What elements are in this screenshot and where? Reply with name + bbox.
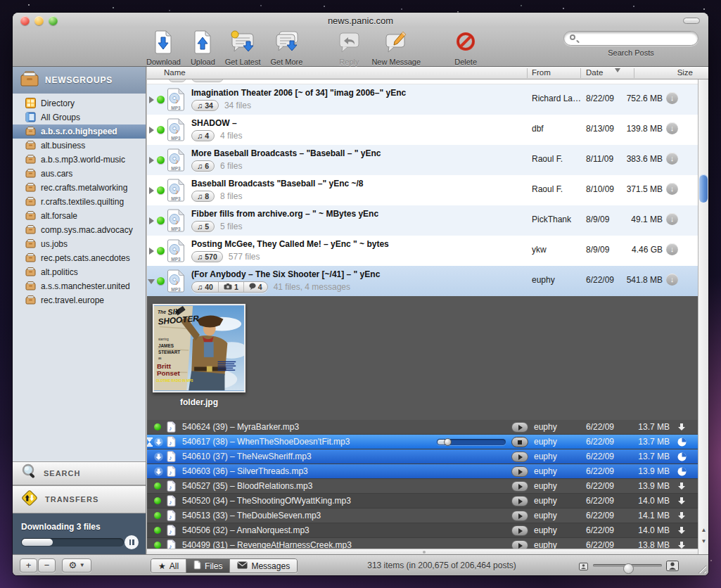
sidebar-item-aus-cars[interactable]: aus.cars — [13, 167, 146, 181]
sidebar-item-us-jobs[interactable]: us.jobs — [13, 237, 146, 251]
download-pending-clock-icon[interactable] — [677, 437, 687, 447]
playback-scrubber[interactable] — [437, 439, 506, 445]
thread-row[interactable]: ♪MP3Baseball Broadcasts "Baseball –" yEn… — [147, 175, 698, 205]
play-button[interactable] — [511, 540, 528, 549]
download-thread-button[interactable]: ↓ — [666, 122, 678, 134]
disclosure-closed-icon[interactable] — [149, 248, 154, 255]
download-thread-button[interactable]: ↓ — [666, 274, 678, 286]
disclosure-closed-icon[interactable] — [149, 96, 154, 103]
sidebar-item-r-crafts-textiles-quilting[interactable]: r.crafts.textiles.quilting — [13, 195, 146, 209]
play-button[interactable] — [511, 511, 528, 521]
thread-row[interactable]: ♪MP3Imagination Theater 2006 [~ of 34] "… — [147, 84, 698, 115]
column-header-row[interactable]: Name From Date Size — [147, 67, 708, 79]
thread-row[interactable]: ♪MP3SHADOW –♫44 filesdbf8/13/09139.8 MB↓ — [147, 115, 698, 145]
download-file-icon[interactable] — [677, 423, 687, 432]
sidebar-item-comp-sys-mac-advocacy[interactable]: comp.sys.mac.advocacy — [13, 223, 146, 237]
file-row[interactable]: ♪540610 (37) – TheNewSheriff.mp3euphy6/2… — [147, 449, 698, 464]
download-thread-button[interactable]: ↓ — [666, 213, 678, 225]
album-art-thumbnail[interactable]: The SIX SHOOTER starring JAMES STEWART a… — [153, 304, 245, 392]
attachment-filename[interactable]: folder.jpg — [153, 397, 245, 407]
action-menu-button[interactable]: ⚙ ▼ — [62, 558, 91, 573]
file-row[interactable]: ♪540603 (36) – SilverThreads.mp3euphy6/2… — [147, 464, 698, 479]
scrollbar-thumb[interactable] — [699, 174, 708, 203]
search-section-header[interactable]: SEARCH — [13, 461, 146, 485]
download-thread-button[interactable]: ↓ — [666, 92, 678, 104]
column-size[interactable]: Size — [677, 68, 693, 77]
download-thread-button[interactable]: ↓ — [666, 243, 678, 255]
play-button[interactable] — [511, 452, 528, 462]
disclosure-closed-icon[interactable] — [149, 187, 154, 194]
play-button[interactable] — [511, 481, 528, 492]
transfers-section-header[interactable]: TRANSFERS — [13, 485, 146, 513]
download-file-icon[interactable] — [677, 497, 687, 506]
file-row[interactable]: ♪540506 (32) – AnnaNorquest.mp3euphy6/22… — [147, 523, 698, 538]
column-date[interactable]: Date — [586, 68, 603, 77]
download-file-icon[interactable] — [677, 526, 687, 535]
sidebar-item-alt-politics[interactable]: alt.politics — [13, 265, 146, 279]
slider-track[interactable] — [593, 564, 662, 567]
sidebar-item-directory[interactable]: Directory — [13, 96, 146, 110]
search-field[interactable] — [563, 31, 698, 46]
play-button[interactable] — [511, 525, 528, 536]
filter-tab-files[interactable]: Files — [186, 559, 229, 573]
sidebar-item-all-groups[interactable]: All Groups — [13, 110, 146, 124]
clipped-thread-row[interactable] — [147, 79, 698, 84]
download-file-icon[interactable] — [677, 541, 687, 549]
download-thread-button[interactable]: ↓ — [666, 153, 678, 165]
filter-tab-messages[interactable]: Messages — [229, 559, 297, 573]
download-file-icon[interactable] — [677, 482, 687, 491]
pause-button[interactable] — [125, 535, 139, 549]
download-file-icon[interactable] — [677, 511, 687, 520]
file-row[interactable]: ♪540499 (31) – RevengeAtHarnessCreek.mp3… — [147, 538, 698, 549]
file-row[interactable]: ♪540624 (39) – MyraBarker.mp3euphy6/22/0… — [147, 420, 698, 435]
title-bar[interactable]: news.panic.com — [13, 13, 708, 28]
toolbar-button-get-latest[interactable]: Get Latest — [225, 30, 261, 68]
column-from[interactable]: From — [532, 68, 551, 77]
thread-row[interactable]: ♪MP3Fibber fills from archive.org – " ~ … — [147, 205, 698, 236]
thread-row[interactable]: ♪MP3(For Anybody – The Six Shooter [~/41… — [147, 266, 698, 296]
disclosure-closed-icon[interactable] — [149, 217, 154, 224]
toolbar-toggle-pill-button[interactable] — [683, 18, 700, 24]
download-pending-clock-icon[interactable] — [677, 452, 687, 461]
sidebar-item-rec-crafts-metalworking[interactable]: rec.crafts.metalworking — [13, 181, 146, 195]
toolbar-button-reply[interactable]: Reply — [336, 30, 362, 68]
add-button[interactable]: + — [20, 558, 37, 573]
file-row[interactable]: ♪540520 (34) – TheShootingOfWyattKing.mp… — [147, 494, 698, 509]
filter-tab-all[interactable]: ★All — [151, 559, 186, 573]
newsgroups-section-header[interactable]: NEWSGROUPS — [13, 67, 146, 94]
toolbar-button-delete[interactable]: Delete — [454, 30, 477, 68]
sidebar-item-a-s-s-manchester-united[interactable]: a.s.s.manchester.united — [13, 279, 146, 293]
play-button[interactable] — [511, 466, 528, 477]
column-name[interactable]: Name — [164, 68, 186, 77]
download-pending-clock-icon[interactable] — [677, 467, 687, 476]
thread-row[interactable]: ♪MP3Posting McGee, They Called Me! – yEn… — [147, 236, 698, 266]
remove-button[interactable]: − — [38, 558, 56, 573]
toolbar-button-new-message[interactable]: New Message — [371, 30, 421, 68]
play-button[interactable] — [511, 422, 528, 433]
play-button[interactable] — [511, 496, 528, 506]
scrubber-knob[interactable] — [444, 438, 452, 446]
search-input[interactable] — [582, 33, 694, 44]
horizontal-scrollbar[interactable] — [147, 549, 698, 554]
sidebar-item-a-b-s-r-o-highspeed[interactable]: a.b.s.r.o.highspeed — [13, 124, 146, 139]
disclosure-closed-icon[interactable] — [149, 157, 154, 164]
window-resize-grip[interactable] — [696, 563, 706, 573]
file-row[interactable]: ♪540617 (38) – WhenTheShoeDoesn'tFit.mp3… — [147, 435, 698, 449]
file-row[interactable]: ♪540513 (33) – TheDoubleSeven.mp3euphy6/… — [147, 509, 698, 523]
file-row[interactable]: ♪540527 (35) – BloodRelations.mp3euphy6/… — [147, 479, 698, 494]
sidebar-item-alt-forsale[interactable]: alt.forsale — [13, 209, 146, 223]
download-thread-button[interactable]: ↓ — [666, 183, 678, 195]
scroll-down-button[interactable]: ▼ — [698, 536, 708, 547]
sidebar-item-rec-travel-europe[interactable]: rec.travel.europe — [13, 293, 146, 307]
toolbar-button-upload[interactable]: Upload — [191, 30, 215, 68]
sidebar-item-a-b-s-mp3-world-music[interactable]: a.b.s.mp3.world-music — [13, 153, 146, 167]
scroll-up-button[interactable]: ▲ — [698, 525, 708, 536]
disclosure-open-icon[interactable] — [148, 279, 155, 284]
stop-button[interactable] — [511, 437, 528, 447]
toolbar-button-get-more[interactable]: Get More — [271, 30, 303, 68]
disclosure-closed-icon[interactable] — [149, 127, 154, 134]
vertical-scrollbar[interactable]: ▲ ▼ — [698, 79, 708, 554]
sidebar-item-rec-pets-cats-anecdotes[interactable]: rec.pets.cats.anecdotes — [13, 251, 146, 265]
toolbar-button-download[interactable]: Download — [146, 30, 181, 68]
sidebar-item-alt-business[interactable]: alt.business — [13, 139, 146, 153]
